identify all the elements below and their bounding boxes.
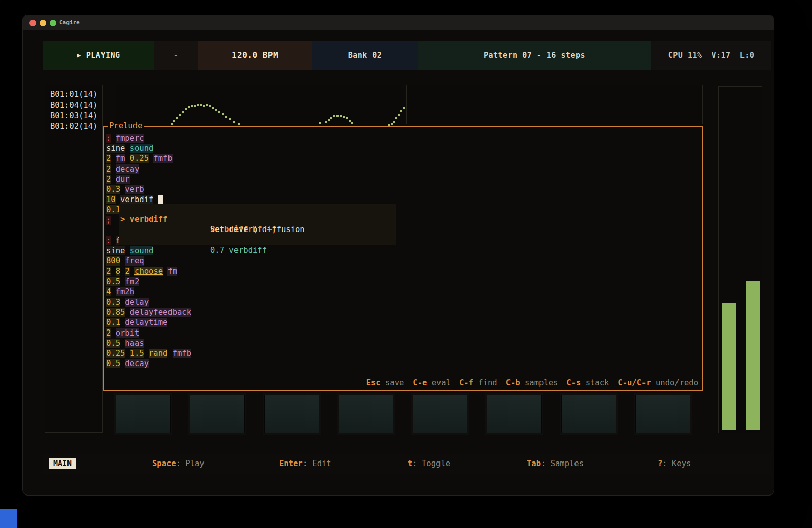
- sample-pad[interactable]: [635, 395, 690, 433]
- code-lines[interactable]: : fmpercsine sound2 fm 0.25 fmfb2 decay2…: [104, 133, 702, 369]
- close-window-button[interactable]: [29, 20, 36, 26]
- waveform-dot: [171, 123, 173, 125]
- code-token: fm2: [125, 277, 139, 286]
- code-token: 4: [106, 287, 111, 296]
- code-token: 0.3: [106, 185, 120, 194]
- waveform-dot: [349, 120, 351, 122]
- latency-count: L:0: [740, 51, 755, 60]
- code-editor[interactable]: Prelude : fmpercsine sound2 fm 0.25 fmfb…: [103, 126, 703, 391]
- code-token: 0.25: [130, 154, 149, 163]
- waveform-dot: [333, 115, 335, 117]
- sample-pad[interactable]: [264, 395, 319, 433]
- status-dash-cell: -: [154, 41, 198, 70]
- code-line: 0.25 1.5 rand fmfb: [106, 348, 702, 358]
- code-token: 0.1: [106, 205, 120, 214]
- code-token: verbdif: [120, 195, 153, 204]
- editor-shortcut: C-b samples: [506, 378, 558, 387]
- code-token: 2: [125, 267, 129, 276]
- title-bar: Cagire: [23, 15, 774, 30]
- key-hint: t: Toggle: [408, 459, 450, 468]
- code-token: 1.5: [130, 349, 144, 358]
- cpu-usage: CPU 11%: [668, 51, 702, 60]
- code-line: sine sound: [106, 143, 702, 153]
- sample-pad[interactable]: [190, 395, 245, 433]
- sample-pad[interactable]: [487, 395, 542, 433]
- waveform-dot: [188, 106, 190, 108]
- waveform-dot: [222, 113, 224, 115]
- code-token: decay: [116, 164, 140, 174]
- waveform-dot: [200, 104, 202, 106]
- waveform-dot: [330, 117, 332, 119]
- pattern-list-item[interactable]: B01:03(14): [50, 111, 102, 121]
- waveform-dot: [185, 108, 187, 110]
- waveform-dot: [182, 111, 184, 113]
- waveform-dot: [319, 122, 321, 124]
- sample-pad[interactable]: [339, 395, 393, 433]
- waveform-dot: [225, 116, 227, 118]
- code-line: 0.5 fm2: [106, 277, 702, 287]
- waveform-dot: [229, 118, 231, 120]
- code-token: :: [106, 236, 111, 245]
- minimize-window-button[interactable]: [40, 20, 46, 26]
- waveform-dot: [218, 111, 220, 113]
- waveform-dot: [325, 121, 327, 123]
- code-line: 0.5 decay: [106, 358, 702, 369]
- code-token: 2: [106, 154, 111, 163]
- key-hint: Tab: Samples: [527, 459, 584, 468]
- code-token: haas: [125, 339, 144, 348]
- bpm-display[interactable]: 120.0 BPM: [198, 41, 312, 70]
- transport-status[interactable]: ▶ PLAYING: [43, 41, 154, 70]
- code-line: 4 fm2h: [106, 287, 702, 297]
- code-line: 2 8 2 choose fm: [106, 266, 702, 276]
- pattern-list-item[interactable]: B01:02(14): [50, 121, 102, 132]
- maximize-window-button[interactable]: [50, 20, 56, 26]
- code-token: orbit: [116, 328, 140, 338]
- code-token: delaytime: [125, 318, 167, 327]
- vu-meter-bar: [722, 303, 736, 430]
- waveform-panel-left: [116, 85, 401, 125]
- play-icon: ▶: [77, 51, 81, 59]
- code-token: sound: [130, 144, 154, 153]
- waveform-dot: [398, 114, 400, 116]
- code-token: 2: [106, 328, 111, 338]
- code-line: 0.85 delayfeedback: [106, 307, 702, 317]
- code-line: 0.3 delay: [106, 297, 702, 307]
- code-token: fmfb: [173, 349, 191, 358]
- code-token: 2: [106, 267, 111, 276]
- waveform-dot: [215, 109, 217, 111]
- code-line: 2 decay: [106, 164, 702, 174]
- system-stats: CPU 11% V:17 L:0: [651, 41, 771, 70]
- pattern-list-item[interactable]: B01:04(14): [50, 100, 102, 111]
- waveform-dot: [403, 107, 405, 109]
- sample-pad[interactable]: [561, 395, 616, 433]
- waveform-dot: [395, 117, 397, 119]
- editor-shortcut: C-e eval: [413, 378, 451, 387]
- sample-pad-row: [116, 395, 690, 434]
- pattern-display[interactable]: Pattern 07 - 16 steps: [418, 41, 651, 70]
- code-token: fm2h: [116, 287, 134, 296]
- window-title: Cagire: [59, 15, 80, 30]
- bank-display[interactable]: Bank 02: [312, 41, 418, 70]
- sample-pad[interactable]: [413, 395, 467, 433]
- waveform-dot: [400, 110, 402, 112]
- code-token: 0.1: [106, 318, 120, 327]
- pattern-list-item[interactable]: B01:01(14): [50, 89, 102, 100]
- waveform-dot: [238, 123, 240, 125]
- code-token: 0.5: [106, 277, 120, 286]
- code-line: 10 verbdif: [106, 194, 702, 205]
- code-token: fm: [116, 154, 125, 163]
- code-token: 2: [106, 175, 111, 184]
- sample-pad[interactable]: [116, 395, 171, 433]
- code-token: rand: [149, 349, 167, 358]
- app-window: Cagire ▶ PLAYING - 120.0 BPM Bank 02 Pat…: [23, 15, 774, 495]
- code-line: 0.5 haas: [106, 338, 702, 348]
- desktop-corner-accent: [0, 509, 17, 528]
- transport-status-label: PLAYING: [86, 51, 120, 60]
- code-token: fmfb: [153, 154, 172, 163]
- code-line: sine sound: [106, 246, 702, 256]
- code-token: delayfeedback: [130, 308, 191, 317]
- autocomplete-popup[interactable]: > verbdiff verbdiff (f —) Set reverb dif…: [119, 204, 396, 245]
- editor-shortcut: C-u/C-r undo/redo: [618, 378, 698, 387]
- waveform-dot: [173, 120, 175, 122]
- code-token: dur: [116, 175, 130, 184]
